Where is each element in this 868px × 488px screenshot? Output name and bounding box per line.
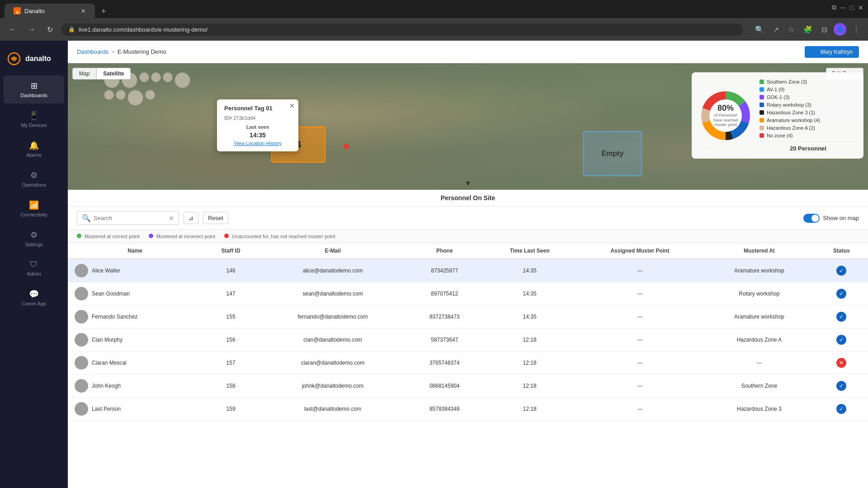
toggle-switch[interactable]: [803, 214, 820, 223]
sidebar: danalto ⊞ Dashboards 📱 My Devices 🔔 Alar…: [0, 41, 68, 488]
user-button[interactable]: 👤 Mary Kathryn: [805, 46, 859, 58]
cell-status: ✓: [815, 259, 868, 282]
cell-staff-id: 158: [202, 375, 259, 398]
sidebar-item-connectivity[interactable]: 📶 Connectivity: [4, 195, 64, 223]
user-name: Mary Kathryn: [821, 49, 853, 55]
lock-icon: 🔒: [68, 26, 75, 33]
nav-forward-btn[interactable]: →: [24, 23, 39, 35]
tab-close-icon[interactable]: ✕: [81, 8, 86, 14]
sidebar-logo-text: danalto: [25, 55, 51, 63]
table-row[interactable]: Ciaran Mescal 157 ciaran@danaltodemo.com…: [68, 352, 868, 375]
tank: [139, 72, 149, 82]
legend-color-3: [760, 103, 764, 107]
win-restore-btn[interactable]: ⧉: [832, 4, 836, 11]
legend-color-2: [760, 95, 764, 99]
breadcrumb-dashboards-link[interactable]: Dashboards: [77, 48, 108, 55]
cell-email: alice@danaltodemo.com: [259, 259, 406, 282]
cell-staff-id: 147: [202, 282, 259, 305]
menu-icon[interactable]: ⋮: [850, 23, 863, 36]
danalto-logo: [7, 52, 21, 66]
chart-panel: 80% of Personnel have reached muster poi…: [692, 72, 863, 159]
browser-chrome: 🔥 Danalto ✕ + ⧉ ─ □ ✕ ← → ↻ 🔒 live1.dana…: [0, 0, 868, 41]
win-maximize-btn[interactable]: □: [850, 4, 854, 11]
col-name: Name: [68, 243, 202, 259]
alarms-label: Alarms: [26, 152, 42, 158]
legend-color-7: [760, 133, 764, 138]
address-bar[interactable]: 🔒 live1.danalto.com/dashboards/e-musteri…: [61, 23, 743, 36]
cell-time: 12:18: [483, 375, 576, 398]
reset-button[interactable]: Reset: [203, 212, 228, 224]
search-input[interactable]: [94, 215, 166, 221]
avatar: [75, 356, 88, 370]
legend-label-5: Aramature workshop (4): [767, 117, 820, 123]
popup-location-link[interactable]: View Location History: [224, 141, 291, 146]
win-close-btn[interactable]: ✕: [858, 4, 863, 11]
legend-dot-correct: [77, 234, 81, 238]
avatar: [75, 264, 88, 277]
cell-time: 12:18: [483, 352, 576, 375]
my-devices-icon: 📱: [29, 111, 39, 121]
search-box[interactable]: 🔍 ✕: [77, 211, 179, 225]
popup-title: Personnel Tag 01: [224, 105, 291, 112]
legend-correct: Mustered at correct point: [77, 234, 140, 239]
dashboards-icon: ⊞: [31, 81, 38, 91]
share-icon[interactable]: ↗: [770, 23, 782, 36]
chart-total: 20 Personnel: [760, 142, 857, 152]
nav-back-btn[interactable]: ←: [5, 23, 20, 35]
col-assigned: Assigned Muster Point: [576, 243, 703, 259]
connectivity-label: Connectivity: [20, 212, 47, 217]
map-view-tabs: Map Satellite: [72, 68, 131, 80]
bookmark-icon[interactable]: ☆: [785, 23, 797, 36]
table-row[interactable]: Cian Murphy 156 cian@danaltodemo.com 587…: [68, 328, 868, 352]
sidebar-item-comm-app[interactable]: 💬 Comm App: [4, 284, 64, 312]
col-email: E-Mail: [259, 243, 406, 259]
table-row[interactable]: Sean Goodman 147 sean@danaltodemo.com 89…: [68, 282, 868, 305]
win-minimize-btn[interactable]: ─: [841, 4, 845, 11]
sidebar-item-my-devices[interactable]: 📱 My Devices: [4, 105, 64, 133]
legend-item-4: Hazardous Zone 3 (1): [760, 110, 857, 115]
search-toolbar-icon[interactable]: 🔍: [752, 23, 767, 36]
legend-item-5: Aramature workshop (4): [760, 117, 857, 123]
sidebar-item-admin[interactable]: 🛡 Admin: [4, 254, 64, 282]
sidebar-item-settings[interactable]: ⚙ Settings: [4, 225, 64, 253]
donut-percentage: 80%: [717, 103, 734, 113]
status-incorrect-icon: ✕: [836, 358, 846, 368]
sidebar-item-dashboards[interactable]: ⊞ Dashboards: [4, 75, 64, 103]
cell-email: sean@danaltodemo.com: [259, 282, 406, 305]
profile-icon[interactable]: 👤: [834, 23, 846, 36]
filter-icon: ⊿: [189, 215, 193, 221]
extension-icon[interactable]: 🧩: [801, 23, 815, 36]
table-row[interactable]: Fernando Sanchez 155 fernando@danaltodem…: [68, 305, 868, 328]
cell-assigned: ---: [576, 305, 703, 328]
active-tab[interactable]: 🔥 Danalto ✕: [5, 4, 95, 18]
filter-button[interactable]: ⊿: [184, 212, 198, 224]
cell-assigned: ---: [576, 328, 703, 352]
map-tab[interactable]: Map: [72, 68, 96, 80]
cell-email: last@danaltodemo.com: [259, 398, 406, 421]
nav-refresh-btn[interactable]: ↻: [43, 23, 57, 36]
sidebar-item-operations[interactable]: ⚙ Operations: [4, 165, 64, 193]
scroll-down-indicator[interactable]: ▼: [464, 179, 472, 188]
cell-assigned: ---: [576, 398, 703, 421]
split-view-icon[interactable]: ⊟: [819, 23, 830, 36]
satellite-tab[interactable]: Satellite: [96, 68, 131, 80]
table-row[interactable]: Last Person 159 last@danaltodemo.com 857…: [68, 398, 868, 421]
browser-toolbar: ← → ↻ 🔒 live1.danalto.com/dashboards/e-m…: [0, 18, 868, 41]
sidebar-item-alarms[interactable]: 🔔 Alarms: [4, 135, 64, 163]
toggle-knob: [811, 215, 819, 222]
avatar: [75, 310, 88, 324]
table-row[interactable]: Alice Waller 146 alice@danaltodemo.com 8…: [68, 259, 868, 282]
cell-phone: 587373647: [406, 328, 483, 352]
legend-color-5: [760, 118, 764, 122]
popup-close-btn[interactable]: ✕: [289, 102, 295, 109]
tab-favicon: 🔥: [14, 7, 21, 14]
search-clear-icon[interactable]: ✕: [169, 215, 174, 222]
col-time: Time Last Seen: [483, 243, 576, 259]
status-correct-icon: ✓: [836, 312, 846, 322]
cell-assigned: ---: [576, 259, 703, 282]
legend-item-3: Rotary workshop (3): [760, 102, 857, 108]
avatar: [75, 333, 88, 347]
popup-time: 14:35: [224, 131, 291, 139]
new-tab-button[interactable]: +: [97, 5, 111, 18]
table-row[interactable]: John Keogh 158 johnk@danaltodemo.com 086…: [68, 375, 868, 398]
